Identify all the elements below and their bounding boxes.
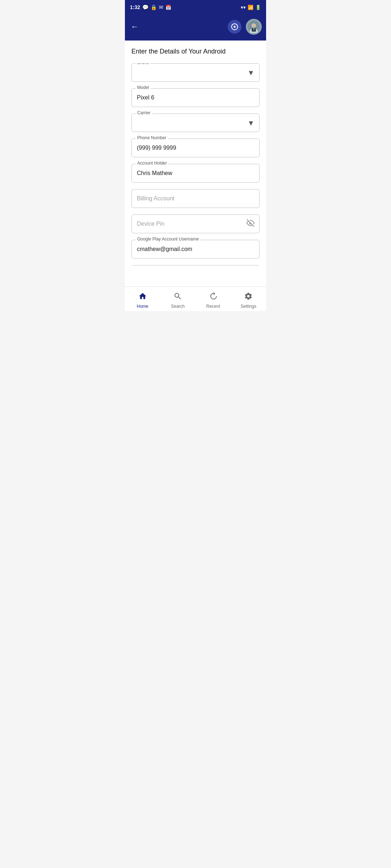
model-label: Model — [136, 85, 151, 90]
brand-dropdown[interactable]: Google Samsung OnePlus — [131, 63, 260, 82]
model-field-wrapper: Model — [131, 88, 260, 107]
top-bar: ← — [125, 14, 266, 41]
search-icon — [173, 292, 182, 303]
device-pin-field-wrapper — [131, 214, 260, 233]
nav-item-search[interactable]: Search — [160, 292, 196, 309]
status-bar: 1:32 💬 🔒 ✉ 📅 ▾▾ 📶 🔋 — [125, 0, 266, 14]
bottom-nav: Home Search Recent Settings — [125, 286, 266, 311]
account-holder-field-wrapper: Account Holder — [131, 164, 260, 183]
back-button[interactable]: ← — [129, 21, 140, 33]
nav-item-home[interactable]: Home — [125, 292, 160, 309]
gmail-icon: ✉ — [159, 4, 163, 10]
google-username-field-wrapper: Google Play Account Username — [131, 240, 260, 259]
status-time: 1:32 — [130, 4, 140, 10]
billing-account-input[interactable] — [131, 189, 260, 208]
phone-field-wrapper: Phone Number — [131, 139, 260, 157]
phone-input[interactable] — [131, 139, 260, 157]
brand-field-wrapper: Brand Google Samsung OnePlus ▼ — [131, 63, 260, 82]
google-password-field-wrapper — [131, 265, 260, 266]
nav-item-settings[interactable]: Settings — [231, 292, 266, 309]
nav-home-label: Home — [137, 304, 148, 309]
google-password-input[interactable] — [131, 265, 260, 266]
nav-recent-label: Recent — [206, 304, 220, 309]
home-icon — [138, 292, 147, 303]
recent-icon — [209, 292, 218, 303]
account-holder-label: Account Holder — [136, 161, 168, 166]
page-title: Enter the Details of Your Android — [131, 48, 260, 55]
form-scroll: Brand Google Samsung OnePlus ▼ Model Car… — [131, 63, 260, 266]
calendar-icon: 📅 — [165, 5, 171, 10]
svg-point-7 — [252, 24, 255, 27]
nav-item-recent[interactable]: Recent — [196, 292, 231, 309]
google-username-input[interactable] — [131, 240, 260, 259]
wifi-icon: ▾▾ — [241, 5, 246, 10]
battery-icon: 🔋 — [255, 5, 261, 10]
avatar[interactable] — [246, 19, 262, 35]
carrier-dropdown[interactable]: AT&T Verizon T-Mobile — [131, 114, 260, 132]
account-holder-input[interactable] — [131, 164, 260, 183]
settings-wheel-icon[interactable] — [228, 20, 241, 34]
signal-icon: 📶 — [248, 5, 253, 10]
settings-icon — [244, 292, 253, 303]
messenger-icon: 💬 — [142, 4, 148, 10]
main-content: Enter the Details of Your Android Brand … — [125, 41, 266, 286]
nav-search-label: Search — [171, 304, 185, 309]
phone-label: Phone Number — [136, 135, 168, 140]
nav-settings-label: Settings — [241, 304, 256, 309]
carrier-field-wrapper: Carrier AT&T Verizon T-Mobile ▼ — [131, 114, 260, 132]
billing-account-field-wrapper — [131, 189, 260, 208]
carrier-label: Carrier — [136, 110, 152, 115]
device-pin-eye-icon[interactable] — [247, 219, 255, 229]
brand-label: Brand — [136, 63, 150, 65]
model-input[interactable] — [131, 88, 260, 107]
vpn-icon: 🔒 — [151, 4, 157, 10]
device-pin-input[interactable] — [131, 214, 260, 233]
google-username-label: Google Play Account Username — [136, 237, 200, 242]
svg-point-0 — [234, 26, 236, 28]
